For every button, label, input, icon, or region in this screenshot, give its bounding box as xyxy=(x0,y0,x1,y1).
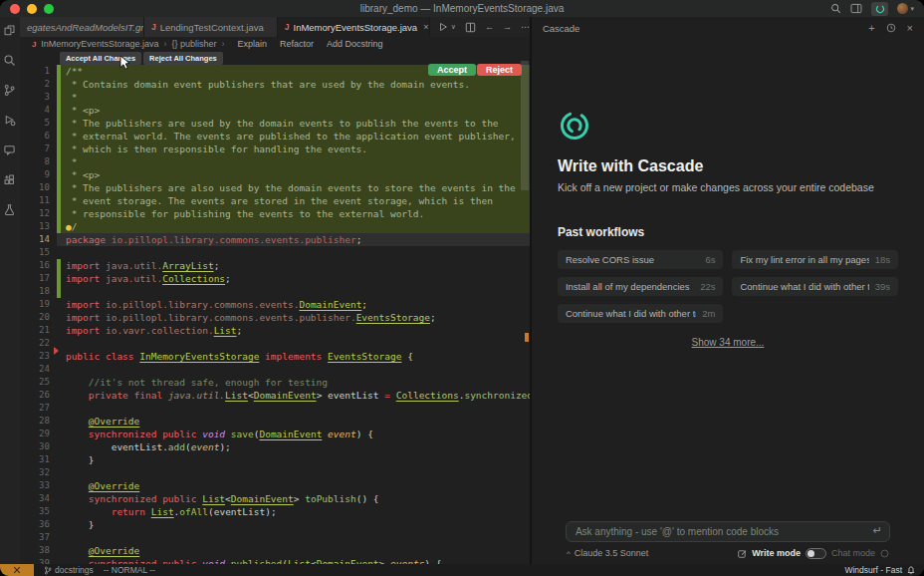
code-line: 33 @Override xyxy=(20,479,530,492)
source-control-icon[interactable] xyxy=(3,84,16,97)
more-actions-icon[interactable]: ⋯ xyxy=(521,22,530,32)
codelens-add-docstring[interactable]: Add Docstring xyxy=(327,39,383,49)
run-debug-icon[interactable] xyxy=(3,114,16,127)
bell-icon[interactable] xyxy=(907,566,915,575)
split-editor-icon[interactable] xyxy=(465,22,476,33)
user-avatar xyxy=(897,3,908,14)
mode-toggle[interactable] xyxy=(806,548,826,559)
tab-groovy-file[interactable]: egatesAndReadModelsIT.groovy xyxy=(20,17,144,37)
windsurf-status[interactable]: Windsurf - Fast xyxy=(844,565,902,575)
reject-all-changes-button[interactable]: Reject All Changes xyxy=(143,52,223,65)
code-line: 37 xyxy=(20,531,530,544)
code-line: 17import java.util.Collections; xyxy=(20,272,530,285)
layout-icon[interactable] xyxy=(850,3,862,14)
model-name: Claude 3.5 Sonnet xyxy=(575,548,649,558)
history-icon[interactable] xyxy=(886,23,896,33)
code-line: 9 * <p> xyxy=(20,168,530,181)
code-line: 24 xyxy=(20,363,530,376)
write-mode-label: Write mode xyxy=(752,548,801,558)
breadcrumb-separator: › xyxy=(221,39,224,49)
tab-lending-test-context[interactable]: J LendingTestContext.java xyxy=(144,17,278,37)
code-line: 30 eventList.add(event); xyxy=(20,440,530,453)
reject-button[interactable]: Reject xyxy=(477,64,522,76)
breadcrumb-file[interactable]: InMemoryEventsStorage.java xyxy=(41,39,158,49)
window-title: library_demo — InMemoryEventsStorage.jav… xyxy=(0,3,924,14)
new-conversation-icon[interactable]: + xyxy=(868,22,874,34)
cascade-subtitle: Kick off a new project or make changes a… xyxy=(558,181,898,193)
zoom-window-button[interactable] xyxy=(44,4,54,14)
code-line: 12 * responsible for publishing the even… xyxy=(20,207,530,220)
code-line: 4 * <p> xyxy=(20,104,530,117)
extensions-icon[interactable] xyxy=(3,173,16,186)
code-line: 35 return List.ofAll(eventList); xyxy=(20,505,530,518)
window-controls xyxy=(10,4,54,14)
navigate-back-icon[interactable]: ← xyxy=(485,22,494,32)
code-line: 25 //it's not thread safe, enough for te… xyxy=(20,376,530,389)
show-more-link[interactable]: Show 34 more... xyxy=(558,337,898,348)
git-branch-item[interactable]: docstrings xyxy=(44,565,94,575)
tab-in-memory-events-storage[interactable]: J InMemoryEventsStorage.java × xyxy=(278,17,430,37)
search-icon[interactable] xyxy=(830,3,841,14)
code-line: 5 * The publishers are used by the domai… xyxy=(20,117,530,130)
explorer-icon[interactable] xyxy=(3,24,16,37)
cascade-chat-input[interactable] xyxy=(566,521,890,542)
code-line: 3 * xyxy=(20,91,530,104)
status-bar: docstrings -- NORMAL -- Windsurf - Fast xyxy=(0,564,924,576)
code-line: 20import io.pillopl.library.commons.even… xyxy=(20,311,530,324)
testing-icon[interactable] xyxy=(3,203,16,216)
codelens-explain[interactable]: Explain xyxy=(237,39,267,49)
cascade-panel-title: Cascade xyxy=(543,23,580,34)
past-workflows-title: Past workflows xyxy=(558,225,898,239)
code-line: 15 xyxy=(20,246,530,259)
code-line: 18 xyxy=(20,285,530,298)
code-line: 31 } xyxy=(20,453,530,466)
accept-button[interactable]: Accept xyxy=(428,64,476,76)
activity-bar xyxy=(0,17,20,564)
code-line: 34 synchronized public List<DomainEvent>… xyxy=(20,492,530,505)
workflow-chip[interactable]: Install all of my dependencies22s xyxy=(558,277,724,296)
run-file-icon[interactable] xyxy=(438,22,448,32)
code-line: 2 * Contains domain event publishers tha… xyxy=(20,78,530,91)
code-line: 32 xyxy=(20,466,530,479)
minimize-window-button[interactable] xyxy=(27,4,37,14)
search-sidebar-icon[interactable] xyxy=(3,54,16,67)
workflow-chip[interactable]: Fix my lint error in all my pages18s xyxy=(732,250,898,269)
codelens-refactor[interactable]: Refactor xyxy=(280,39,314,49)
chevron-down-icon: ▾ xyxy=(910,5,914,13)
branch-icon xyxy=(44,566,52,575)
close-panel-icon[interactable]: × xyxy=(907,22,913,34)
java-file-icon: J xyxy=(32,40,36,49)
navigate-forward-icon[interactable]: → xyxy=(503,22,512,32)
workflow-chip[interactable]: Continue what I did with other te...39s xyxy=(732,277,898,296)
account-menu[interactable]: ▾ xyxy=(897,3,914,14)
code-line: 39 synchronized public void published(Li… xyxy=(20,557,530,564)
toggle-knob xyxy=(808,550,814,557)
code-line: 14package io.pillopl.library.commons.eve… xyxy=(20,233,530,246)
code-editor[interactable]: Accept All Changes Reject All Changes Ac… xyxy=(20,51,530,564)
close-window-button[interactable] xyxy=(10,4,20,14)
title-bar: library_demo — InMemoryEventsStorage.jav… xyxy=(0,0,924,17)
code-line: 23public class InMemoryEventsStorage imp… xyxy=(20,350,530,363)
remote-explorer-icon[interactable] xyxy=(3,144,16,156)
enter-icon: ↵ xyxy=(873,524,882,537)
vim-mode-indicator: -- NORMAL -- xyxy=(104,565,155,575)
run-dropdown-icon[interactable]: ∨ xyxy=(451,23,456,31)
windsurf-logo-icon[interactable] xyxy=(871,2,888,16)
workflow-chip[interactable]: Resolve CORS issue6s xyxy=(558,250,724,269)
workflow-chip[interactable]: Continue what I did with other te...2m xyxy=(558,304,724,323)
code-line: 13●/ xyxy=(20,220,530,233)
model-selector[interactable]: ^ Claude 3.5 Sonnet xyxy=(567,548,648,558)
code-line: 19import io.pillopl.library.commons.even… xyxy=(20,298,530,311)
tab-label: LendingTestContext.java xyxy=(160,22,264,33)
remote-indicator[interactable] xyxy=(0,564,34,576)
close-tab-icon[interactable]: × xyxy=(423,22,428,32)
code-line: 11 * event storage. The events are store… xyxy=(20,194,530,207)
deleted-lines-marker[interactable] xyxy=(54,347,59,355)
editor-scrollbar[interactable] xyxy=(521,61,529,190)
code-line: 29 synchronized public void save(DomainE… xyxy=(20,428,530,440)
code-line: 38 @Override xyxy=(20,544,530,557)
cascade-panel: Cascade + × Write with Cascade Kick off … xyxy=(530,17,924,564)
tab-label: egatesAndReadModelsIT.groovy xyxy=(27,22,144,33)
breadcrumb-namespace[interactable]: {} publisher xyxy=(171,39,216,49)
code-line: 16import java.util.ArrayList; xyxy=(20,259,530,272)
